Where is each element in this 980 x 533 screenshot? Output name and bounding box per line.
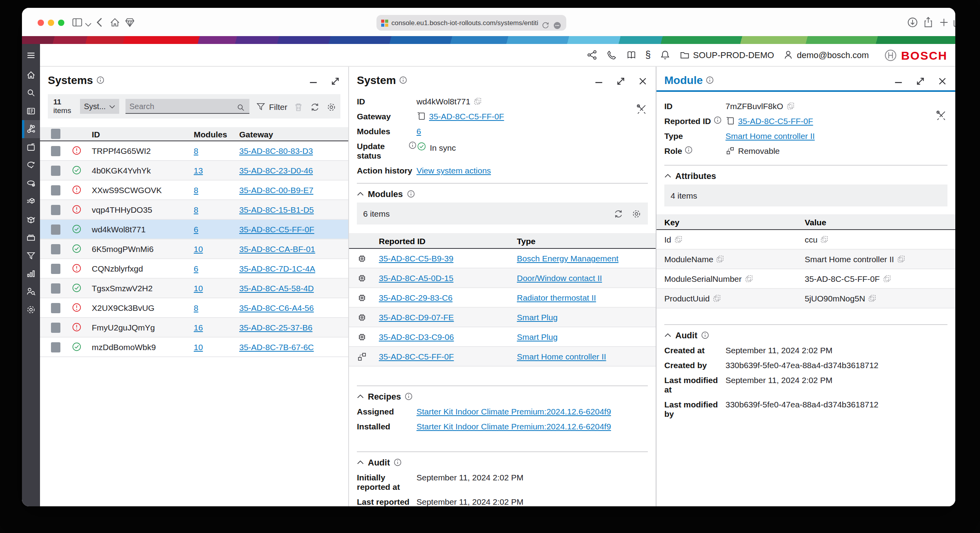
settings-gear-icon[interactable] xyxy=(631,208,642,219)
new-tab-icon[interactable] xyxy=(938,16,950,28)
copy-icon[interactable] xyxy=(675,235,682,243)
tab-overview-icon[interactable] xyxy=(952,16,955,28)
minimize-panel-icon[interactable] xyxy=(308,75,318,85)
collapse-chevron-icon[interactable] xyxy=(664,173,671,178)
tools-icon[interactable] xyxy=(936,110,947,121)
copy-icon[interactable] xyxy=(745,275,753,283)
collapse-chevron-icon[interactable] xyxy=(357,394,364,399)
modules-count-link[interactable]: 8 xyxy=(194,146,198,155)
copy-icon[interactable] xyxy=(786,102,794,110)
table-row[interactable]: 6K5mogPWnMi61035-AD-8C-CA-BF-01 xyxy=(40,239,348,259)
gateway-link[interactable]: 35-AD-8C-C5-FF-0F xyxy=(429,111,504,121)
gateway-link[interactable]: 35-AD-8C-7B-67-6C xyxy=(239,342,314,352)
modules-count-link[interactable]: 8 xyxy=(194,205,198,214)
info-icon[interactable] xyxy=(706,76,714,84)
type-filter-dropdown[interactable]: Syst... xyxy=(80,99,119,114)
gateway-link[interactable]: 35-AD-8C-C5-FF-0F xyxy=(239,225,314,234)
search-input[interactable] xyxy=(129,102,233,110)
refresh-icon[interactable] xyxy=(310,101,320,111)
more-options-icon[interactable] xyxy=(553,18,562,27)
close-panel-icon[interactable] xyxy=(638,75,648,85)
copy-icon[interactable] xyxy=(473,97,481,105)
downloads-icon[interactable] xyxy=(907,16,918,28)
info-icon[interactable] xyxy=(685,146,693,154)
collapse-chevron-icon[interactable] xyxy=(664,333,671,338)
search-field[interactable] xyxy=(125,99,249,114)
info-icon[interactable] xyxy=(394,458,402,466)
sidebar-item-search[interactable] xyxy=(22,84,40,102)
sidebar-item-menu[interactable] xyxy=(22,46,40,64)
gateway-link[interactable]: 35-AD-8C-CA-BF-01 xyxy=(239,244,315,254)
modules-count-link[interactable]: 6 xyxy=(194,264,198,273)
reload-icon[interactable] xyxy=(541,18,550,27)
row-checkbox[interactable] xyxy=(51,322,60,332)
sidebar-item-rollouts[interactable] xyxy=(22,192,40,210)
reported-id-link[interactable]: 35-AD-8C-D3-C9-06 xyxy=(379,332,454,341)
table-row[interactable]: TgsxSmzwV2H21035-AD-8C-A5-58-4D xyxy=(40,279,348,298)
module-type-link[interactable]: Smart Plug xyxy=(517,332,558,341)
modules-count-link[interactable]: 10 xyxy=(194,342,203,352)
user-menu[interactable]: demo@bosch.com xyxy=(783,49,869,60)
modules-count-link[interactable]: 10 xyxy=(194,244,203,254)
table-row[interactable]: CQNzblyrfxgd635-AD-8C-7D-1C-4A xyxy=(40,259,348,279)
info-icon[interactable] xyxy=(405,392,413,400)
table-row[interactable]: FmyU2guJQmYg1635-AD-8C-25-37-B6 xyxy=(40,318,348,338)
module-row[interactable]: 35-AD-8C-A5-0D-15Door/Window contact II xyxy=(349,268,656,288)
module-type-link[interactable]: Radiator thermostat II xyxy=(517,293,596,302)
info-icon[interactable] xyxy=(96,76,104,84)
gateway-link[interactable]: 35-AD-8C-7D-1C-4A xyxy=(239,264,315,273)
module-type-link[interactable]: Smart Home controller II xyxy=(517,352,606,361)
sidebar-item-components[interactable] xyxy=(22,228,40,246)
reported-id-link[interactable]: 35-AD-8C-C5-B9-39 xyxy=(379,254,453,263)
chevron-down-icon[interactable] xyxy=(85,19,92,31)
column-header-type[interactable]: Type xyxy=(517,236,656,245)
sidebar-item-settings[interactable] xyxy=(22,301,40,319)
gateway-link[interactable]: 35-AD-8C-C6-A4-56 xyxy=(239,303,314,312)
delete-icon[interactable] xyxy=(294,101,304,111)
notifications-bell-icon[interactable] xyxy=(659,49,670,60)
sidebar-item-home[interactable] xyxy=(22,66,40,84)
module-row[interactable]: 35-AD-8C-D3-C9-06Smart Plug xyxy=(349,327,656,347)
sidebar-item-systems[interactable] xyxy=(22,120,40,138)
minimize-window-button[interactable] xyxy=(48,20,54,26)
copy-icon[interactable] xyxy=(883,275,891,283)
close-window-button[interactable] xyxy=(38,20,44,26)
row-checkbox[interactable] xyxy=(51,342,60,352)
module-type-link[interactable]: Bosch Energy Management xyxy=(517,254,618,263)
column-header-value[interactable]: Value xyxy=(805,217,947,226)
gateway-link[interactable]: 35-AD-8C-15-B1-D5 xyxy=(239,205,314,214)
sidebar-item-software[interactable] xyxy=(22,138,40,156)
column-header-id[interactable]: ID xyxy=(92,129,194,139)
sidebar-item-insights[interactable] xyxy=(22,265,40,283)
tenant-selector[interactable]: SOUP-PROD-DEMO xyxy=(679,49,774,60)
row-checkbox[interactable] xyxy=(51,303,60,313)
copy-icon[interactable] xyxy=(821,235,829,243)
row-checkbox[interactable] xyxy=(51,263,60,274)
address-bar[interactable]: console.eu1.bosch-iot-rollouts.com/syste… xyxy=(376,15,566,31)
maximize-window-button[interactable] xyxy=(58,20,64,26)
sidebar-item-recipes[interactable] xyxy=(22,156,40,174)
collapse-chevron-icon[interactable] xyxy=(357,192,364,196)
module-row[interactable]: 35-AD-8C-29-83-C6Radiator thermostat II xyxy=(349,288,656,308)
copy-icon[interactable] xyxy=(868,294,876,302)
view-system-actions-link[interactable]: View system actions xyxy=(416,166,491,175)
gateway-link[interactable]: 35-AD-8C-25-37-B6 xyxy=(239,323,313,332)
sidebar-item-campaigns[interactable] xyxy=(22,174,40,192)
modules-count-link[interactable]: 6 xyxy=(416,126,421,136)
table-row[interactable]: TRPPf4G65WI2835-AD-8C-80-83-D3 xyxy=(40,141,348,161)
minimize-panel-icon[interactable] xyxy=(893,75,904,85)
sidebar-toggle-icon[interactable] xyxy=(71,16,83,28)
info-icon[interactable] xyxy=(701,331,709,339)
expand-panel-icon[interactable] xyxy=(915,75,925,85)
collapse-chevron-icon[interactable] xyxy=(357,460,364,465)
sidebar-item-plans[interactable] xyxy=(22,102,40,120)
modules-count-link[interactable]: 10 xyxy=(194,283,203,293)
sidebar-item-filters[interactable] xyxy=(22,246,40,265)
select-all-checkbox[interactable] xyxy=(51,129,60,139)
modules-count-link[interactable]: 13 xyxy=(194,166,203,175)
sidebar-item-access[interactable] xyxy=(22,283,40,301)
modules-count-link[interactable]: 16 xyxy=(194,323,203,332)
table-row[interactable]: X2UX9Ck3BvUG835-AD-8C-C6-A4-56 xyxy=(40,298,348,318)
table-row[interactable]: mzDdBomoWbk91035-AD-8C-7B-67-6C xyxy=(40,338,348,357)
assigned-recipe-link[interactable]: Starter Kit Indoor Climate Premium:2024.… xyxy=(416,407,611,416)
